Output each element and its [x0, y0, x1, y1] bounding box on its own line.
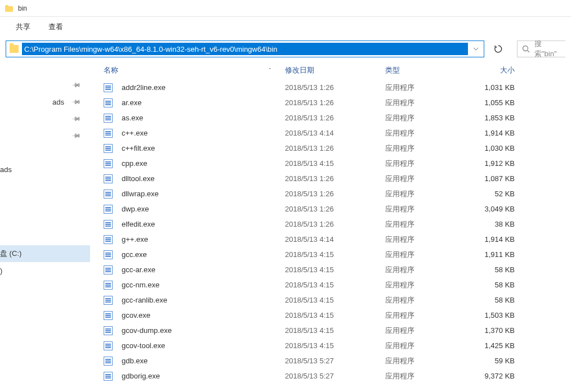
file-name: gcov-tool.exe	[122, 341, 285, 350]
sidebar-item[interactable]: ads📌	[0, 93, 90, 110]
file-date: 2018/5/13 4:15	[285, 159, 385, 168]
sidebar-item[interactable]: 盘 (C:)	[0, 245, 90, 262]
file-size: 52 KB	[467, 190, 521, 198]
list-header: 名称 ˄ 修改日期 类型 大小	[102, 61, 571, 80]
exe-icon	[104, 98, 113, 107]
file-name: dwp.exe	[122, 205, 285, 213]
file-row[interactable]: dllwrap.exe2018/5/13 1:26应用程序52 KB	[102, 186, 571, 201]
file-row[interactable]: addr2line.exe2018/5/13 1:26应用程序1,031 KB	[102, 80, 571, 95]
sidebar-item[interactable]: 📌	[0, 127, 90, 144]
window-title: bin	[18, 4, 27, 12]
file-row[interactable]: ar.exe2018/5/13 1:26应用程序1,055 KB	[102, 95, 571, 110]
file-type: 应用程序	[385, 143, 467, 154]
sidebar-item[interactable]	[0, 144, 90, 161]
column-header-name[interactable]: 名称 ˄	[102, 65, 285, 75]
file-type: 应用程序	[385, 310, 467, 321]
pin-icon: 📌	[70, 79, 81, 90]
file-row[interactable]: gcc-ranlib.exe2018/5/13 4:15应用程序58 KB	[102, 292, 571, 308]
file-date: 2018/5/13 1:26	[285, 83, 385, 92]
exe-icon	[104, 265, 113, 274]
file-size: 1,911 KB	[467, 250, 521, 259]
file-list: 名称 ˄ 修改日期 类型 大小 addr2line.exe2018/5/13 1…	[90, 61, 571, 392]
sidebar-item[interactable]	[0, 195, 90, 211]
file-date: 2018/5/13 4:15	[285, 281, 385, 289]
file-row[interactable]: dwp.exe2018/5/13 1:26应用程序3,049 KB	[102, 201, 571, 217]
file-date: 2018/5/13 1:26	[285, 190, 385, 198]
file-row[interactable]: g++.exe2018/5/13 4:14应用程序1,914 KB	[102, 232, 571, 247]
pin-icon: 📌	[70, 96, 81, 107]
folder-icon	[5, 4, 14, 13]
file-name: gdborig.exe	[122, 372, 285, 380]
sidebar-item-label: ads	[52, 98, 64, 106]
file-type: 应用程序	[385, 356, 467, 366]
search-input[interactable]: 搜索"bin"	[517, 40, 565, 57]
column-header-date[interactable]: 修改日期	[285, 65, 385, 75]
file-name: gcov-dump.exe	[122, 326, 285, 335]
address-path[interactable]: C:\Program Files\mingw-w64\x86_64-8.1.0-…	[22, 43, 468, 55]
sidebar-item[interactable]	[0, 178, 90, 195]
sidebar-item[interactable]: 📌	[0, 110, 90, 127]
file-date: 2018/5/13 4:15	[285, 326, 385, 335]
file-row[interactable]: c++filt.exe2018/5/13 1:26应用程序1,030 KB	[102, 141, 571, 156]
file-row[interactable]: c++.exe2018/5/13 4:14应用程序1,914 KB	[102, 125, 571, 141]
sidebar-item-label: 盘 (C:)	[0, 249, 21, 259]
file-row[interactable]: gcov-dump.exe2018/5/13 4:15应用程序1,370 KB	[102, 323, 571, 338]
file-row[interactable]: gcov-tool.exe2018/5/13 4:15应用程序1,425 KB	[102, 338, 571, 353]
file-row[interactable]: gdb.exe2018/5/13 5:27应用程序59 KB	[102, 353, 571, 368]
exe-icon	[104, 357, 113, 366]
file-row[interactable]: gcc.exe2018/5/13 4:15应用程序1,911 KB	[102, 247, 571, 262]
exe-icon	[104, 174, 113, 183]
file-row[interactable]: elfedit.exe2018/5/13 1:26应用程序38 KB	[102, 217, 571, 232]
file-row[interactable]: gcc-ar.exe2018/5/13 4:15应用程序58 KB	[102, 262, 571, 277]
file-date: 2018/5/13 1:26	[285, 205, 385, 213]
file-name: ar.exe	[122, 98, 285, 107]
exe-icon	[104, 372, 113, 381]
exe-icon	[104, 311, 113, 320]
address-folder-icon	[6, 45, 22, 53]
file-name: gdb.exe	[122, 357, 285, 365]
file-date: 2018/5/13 1:26	[285, 144, 385, 152]
sidebar-item[interactable]: ads	[0, 161, 90, 178]
file-row[interactable]: as.exe2018/5/13 1:26应用程序1,853 KB	[102, 110, 571, 125]
sidebar-item-label: )	[0, 267, 2, 275]
file-name: addr2line.exe	[122, 83, 285, 92]
file-name: gcc-ranlib.exe	[122, 296, 285, 304]
pin-icon: 📌	[70, 130, 81, 141]
sidebar: 📌ads📌📌📌ads盘 (C:))	[0, 61, 90, 392]
file-name: gcc-ar.exe	[122, 265, 285, 274]
refresh-button[interactable]	[490, 40, 507, 57]
svg-rect-1	[5, 5, 8, 7]
sidebar-item[interactable]	[0, 228, 90, 245]
file-size: 1,912 KB	[467, 159, 521, 168]
column-name-label: 名称	[104, 65, 118, 75]
file-row[interactable]: cpp.exe2018/5/13 4:15应用程序1,912 KB	[102, 156, 571, 171]
sidebar-item[interactable]	[0, 211, 90, 228]
svg-point-2	[523, 46, 528, 51]
titlebar: bin	[0, 0, 571, 17]
search-placeholder: 搜索"bin"	[534, 39, 561, 59]
file-row[interactable]: gcov.exe2018/5/13 4:15应用程序1,503 KB	[102, 308, 571, 323]
file-type: 应用程序	[385, 326, 467, 336]
file-size: 59 KB	[467, 357, 521, 365]
sort-indicator-icon: ˄	[269, 67, 271, 73]
file-size: 58 KB	[467, 265, 521, 274]
exe-icon	[104, 205, 113, 214]
column-header-type[interactable]: 类型	[385, 65, 467, 75]
chevron-down-icon[interactable]	[468, 47, 484, 51]
tab-share[interactable]: 共享	[16, 22, 30, 32]
sidebar-item[interactable]: )	[0, 262, 90, 279]
column-header-size[interactable]: 大小	[467, 65, 521, 75]
address-bar[interactable]: C:\Program Files\mingw-w64\x86_64-8.1.0-…	[6, 40, 484, 57]
main-content: 📌ads📌📌📌ads盘 (C:)) 名称 ˄ 修改日期 类型 大小 addr2l…	[0, 61, 571, 392]
sidebar-item[interactable]: 📌	[0, 76, 90, 93]
exe-icon	[104, 296, 113, 305]
file-date: 2018/5/13 4:15	[285, 296, 385, 304]
file-row[interactable]: gdborig.exe2018/5/13 5:27应用程序9,372 KB	[102, 368, 571, 384]
file-type: 应用程序	[385, 235, 467, 245]
file-row[interactable]: dlltool.exe2018/5/13 1:26应用程序1,087 KB	[102, 171, 571, 186]
file-name: dllwrap.exe	[122, 190, 285, 198]
file-type: 应用程序	[385, 128, 467, 138]
tab-view[interactable]: 查看	[48, 22, 63, 32]
file-row[interactable]: gcc-nm.exe2018/5/13 4:15应用程序58 KB	[102, 277, 571, 292]
file-name: c++filt.exe	[122, 144, 285, 152]
